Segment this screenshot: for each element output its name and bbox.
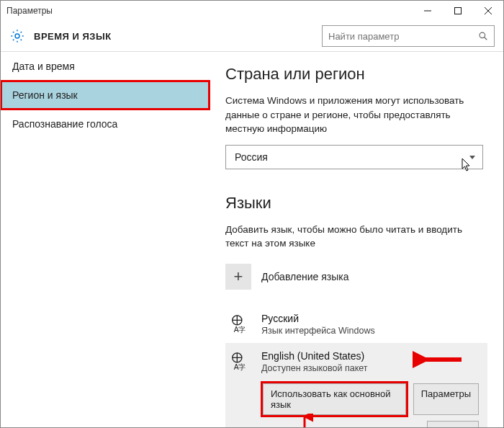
svg-line-6 — [485, 37, 487, 40]
search-input[interactable] — [328, 31, 478, 42]
content: Дата и время Регион и язык Распознавание… — [1, 51, 503, 428]
language-item-russian[interactable]: A字 Русский Язык интерфейса Windows — [225, 306, 487, 343]
svg-text:A字: A字 — [234, 326, 246, 334]
language-icon: A字 — [230, 313, 251, 335]
add-language-button[interactable]: + Добавление языка — [225, 259, 487, 294]
sidebar-item-label: Дата и время — [12, 61, 75, 72]
country-dropdown[interactable]: Россия — [225, 145, 483, 169]
maximize-button[interactable] — [443, 1, 473, 21]
search-box[interactable] — [322, 25, 495, 47]
plus-icon: + — [225, 264, 251, 290]
svg-point-5 — [480, 32, 485, 38]
close-button[interactable] — [473, 1, 503, 21]
remove-language-button[interactable]: Удалить — [427, 421, 479, 428]
gear-icon — [9, 28, 25, 44]
svg-rect-1 — [455, 8, 462, 14]
languages-heading: Языки — [225, 194, 487, 213]
main-pane: Страна или регион Система Windows и прил… — [210, 52, 503, 428]
country-dropdown-value: Россия — [235, 151, 268, 163]
sidebar-item-speech[interactable]: Распознавание голоса — [1, 110, 210, 138]
language-icon: A字 — [230, 351, 251, 373]
language-name: English (United States) — [261, 350, 368, 362]
sidebar-item-label: Распознавание голоса — [12, 118, 117, 130]
svg-text:A字: A字 — [234, 363, 246, 371]
titlebar: Параметры — [1, 1, 503, 21]
sidebar: Дата и время Регион и язык Распознавание… — [1, 52, 210, 428]
region-heading: Страна или регион — [225, 65, 487, 84]
window-title: Параметры — [6, 6, 413, 16]
window-controls — [413, 1, 503, 21]
set-default-language-button[interactable]: Использовать как основной язык — [263, 383, 406, 415]
languages-description: Добавить язык, чтобы можно было читать и… — [225, 223, 487, 251]
sidebar-item-date-time[interactable]: Дата и время — [1, 52, 210, 81]
category-title: ВРЕМЯ И ЯЗЫК — [34, 31, 112, 42]
sidebar-item-region-language[interactable]: Регион и язык — [1, 81, 210, 110]
sidebar-item-label: Регион и язык — [12, 89, 78, 101]
language-name: Русский — [261, 313, 375, 324]
search-icon — [478, 31, 488, 41]
add-language-label: Добавление языка — [261, 271, 349, 282]
minimize-button[interactable] — [413, 1, 443, 21]
svg-point-4 — [15, 34, 19, 38]
language-sub: Язык интерфейса Windows — [261, 326, 375, 336]
region-description: Система Windows и приложения могут испол… — [225, 94, 487, 136]
header: ВРЕМЯ И ЯЗЫК — [1, 21, 503, 51]
language-options-button[interactable]: Параметры — [413, 383, 479, 415]
language-item-english-us[interactable]: A字 English (United States) Доступен язык… — [225, 343, 487, 428]
language-sub: Доступен языковой пакет — [261, 363, 368, 373]
